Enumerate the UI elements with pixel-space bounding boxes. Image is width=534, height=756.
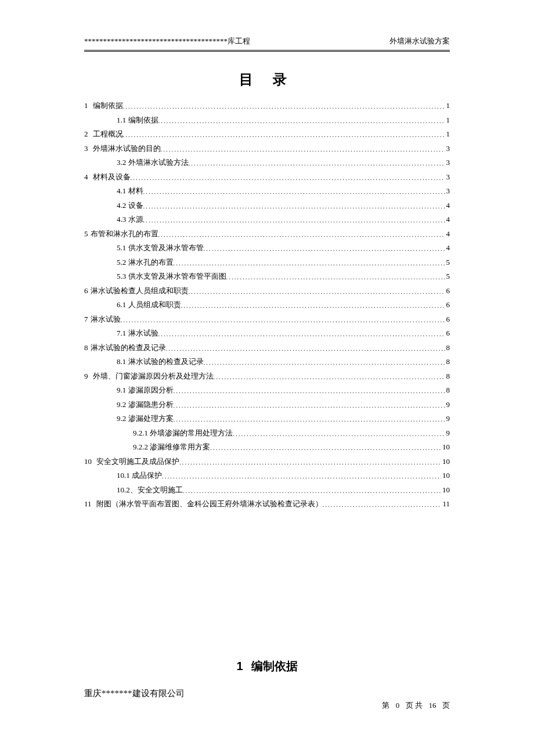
toc-entry-text: 4.3 水源 [117, 215, 143, 223]
toc-entry-page: 1 [445, 130, 450, 138]
toc-entry-text: 5.2 淋水孔的布置 [117, 258, 174, 266]
toc-leader-dots [214, 374, 445, 380]
toc-entry-text: 外墙淋水试验的目的 [93, 145, 161, 152]
toc-leader-dots [158, 118, 445, 124]
toc-leader-dots [158, 232, 445, 238]
header-right: 外墙淋水试验方案 [389, 36, 450, 46]
toc-row: 7淋水试验6 [84, 315, 450, 323]
toc-entry-text: 9.1 渗漏原因分析 [117, 386, 174, 394]
section-title: 编制依据 [251, 660, 298, 672]
toc-leader-dots [143, 203, 445, 210]
toc-entry-text: 9.2 渗漏处理方案 [117, 415, 174, 422]
toc-entry-number: 7 [84, 315, 91, 323]
toc-leader-dots [161, 146, 445, 153]
toc-leader-dots [189, 289, 445, 295]
toc-entry-number: 6 [84, 287, 91, 294]
toc-entry-text: 4.1 材料 [117, 187, 143, 195]
toc-entry-number: 2 [84, 130, 93, 138]
toc-leader-dots [162, 473, 441, 480]
toc-row: 9.1 渗漏原因分析8 [84, 386, 450, 394]
toc-entry-number: 9 [84, 372, 93, 380]
toc-leader-dots [226, 274, 445, 280]
toc-entry-page: 10 [441, 471, 450, 479]
toc-entry-number: 3 [84, 145, 93, 152]
toc-entry-text: 布管和淋水孔的布置 [91, 230, 158, 237]
toc-leader-dots [131, 175, 445, 181]
toc-leader-dots [123, 132, 445, 138]
toc-row: 11附图（淋水管平面布置图、金科公园王府外墙淋水试验检查记录表）11 [84, 500, 450, 507]
toc-leader-dots [143, 189, 445, 195]
toc-row: 9.2.2 渗漏维修常用方案10 [84, 443, 450, 451]
toc-row: 1.1 编制依据1 [84, 116, 450, 124]
toc-entry-number: 4 [84, 173, 93, 181]
toc-leader-dots [143, 217, 445, 224]
toc-entry-text: 8.1 淋水试验的检查及记录 [117, 358, 204, 365]
toc-entry-page: 3 [445, 173, 450, 181]
toc-entry-page: 4 [445, 215, 450, 223]
toc-row: 4.2 设备4 [84, 201, 450, 209]
toc-leader-dots [183, 488, 441, 494]
page-footer: 第 0 页 共 16 页 [382, 700, 450, 711]
company-name: 重庆*******建设有限公司 [84, 688, 450, 699]
footer-total-pages: 16 [429, 701, 436, 710]
toc-entry-page: 8 [445, 372, 450, 380]
toc-leader-dots [158, 331, 445, 337]
toc-row: 5.3 供水支管及淋水管布管平面图5 [84, 272, 450, 280]
toc-leader-dots [179, 459, 441, 466]
toc-entry-page: 8 [445, 344, 450, 351]
toc-entry-page: 6 [445, 301, 450, 308]
toc-entry-text: 编制依据 [93, 102, 123, 109]
toc-entry-page: 5 [445, 272, 450, 280]
toc-entry-page: 9 [445, 401, 450, 408]
toc-leader-dots [174, 260, 445, 267]
toc-entry-text: 外墙、门窗渗漏原因分析及处理方法 [93, 372, 214, 380]
toc-entry-text: 安全文明施工及成品保护 [96, 458, 179, 465]
toc-leader-dots [189, 160, 445, 167]
toc-entry-page: 5 [445, 258, 450, 266]
toc-entry-number: 5 [84, 230, 91, 237]
toc-entry-page: 1 [445, 116, 450, 124]
toc-entry-page: 10 [441, 486, 450, 494]
toc-row: 4.1 材料3 [84, 187, 450, 195]
toc-row: 5.1 供水支管及淋水管布管4 [84, 244, 450, 251]
toc-leader-dots [174, 388, 445, 394]
toc-entry-page: 10 [441, 458, 450, 465]
page-header: **************************************库工… [84, 36, 450, 50]
toc-entry-text: 9.2.1 外墙渗漏的常用处理方法 [133, 429, 233, 437]
footer-prefix: 第 [382, 701, 389, 710]
toc-leader-dots [210, 445, 441, 451]
toc-leader-dots [166, 345, 445, 352]
toc-row: 5.2 淋水孔的布置5 [84, 258, 450, 266]
toc-entry-page: 11 [441, 500, 450, 507]
toc-row: 8.1 淋水试验的检查及记录8 [84, 358, 450, 365]
toc-row: 10.1 成品保护10 [84, 471, 450, 479]
toc-row: 9外墙、门窗渗漏原因分析及处理方法8 [84, 372, 450, 380]
toc-leader-dots [204, 359, 445, 366]
toc-entry-text: 工程概况 [93, 130, 123, 138]
toc-entry-text: 3.2 外墙淋水试验方法 [117, 159, 189, 166]
toc-entry-text: 9.2.2 渗漏维修常用方案 [133, 443, 210, 451]
toc-entry-page: 8 [445, 358, 450, 365]
toc-leader-dots [121, 317, 445, 323]
toc-entry-page: 3 [445, 187, 450, 195]
toc-entry-number: 1 [84, 102, 93, 109]
toc-entry-text: 材料及设备 [93, 173, 131, 181]
toc-entry-page: 3 [445, 145, 450, 152]
table-of-contents: 1编制依据11.1 编制依据12工程概况13外墙淋水试验的目的33.2 外墙淋水… [84, 102, 450, 507]
toc-entry-text: 10.1 成品保护 [117, 471, 162, 479]
toc-row: 6淋水试验检查人员组成和职责6 [84, 287, 450, 294]
header-left: **************************************库工… [84, 36, 250, 46]
toc-entry-page: 1 [445, 102, 450, 109]
toc-row: 7.1 淋水试验6 [84, 329, 450, 337]
toc-entry-page: 4 [445, 201, 450, 209]
toc-row: 9.2.1 外墙渗漏的常用处理方法9 [84, 429, 450, 437]
toc-entry-text: 10.2、安全文明施工 [117, 486, 183, 494]
toc-row: 4.3 水源4 [84, 215, 450, 223]
toc-row: 10.2、安全文明施工10 [84, 486, 450, 494]
toc-row: 4材料及设备3 [84, 173, 450, 181]
toc-entry-page: 4 [445, 244, 450, 251]
section-heading: 1编制依据 [84, 658, 450, 674]
footer-suffix: 页 [442, 701, 450, 710]
toc-title: 目 录 [84, 70, 450, 89]
toc-entry-number: 10 [84, 458, 96, 465]
